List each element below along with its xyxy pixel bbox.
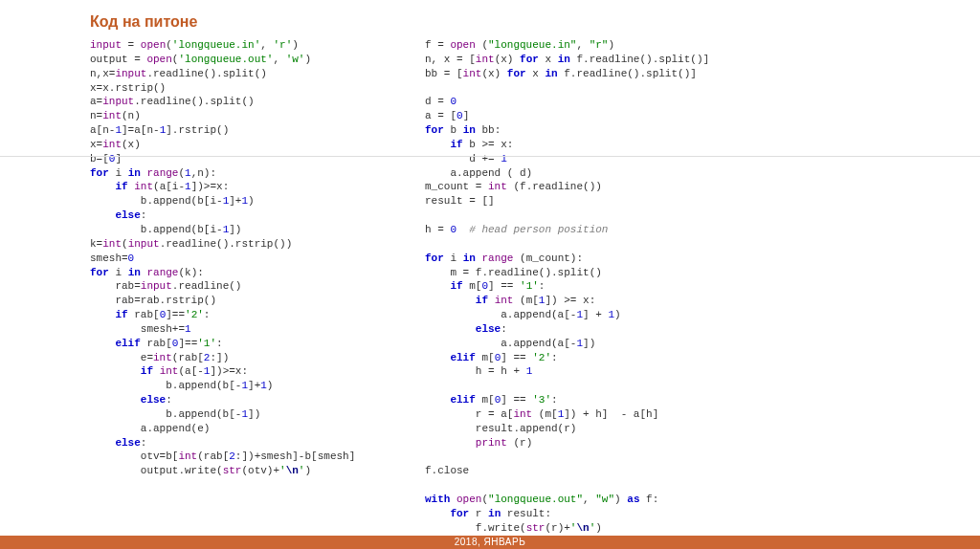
- t: else: [141, 394, 166, 406]
- t: int: [476, 54, 495, 65]
- t: '1': [197, 338, 216, 349]
- t: for: [425, 253, 444, 264]
- t: b: [444, 124, 463, 136]
- t: [488, 295, 495, 306]
- t: (rab[: [172, 352, 204, 363]
- t: b.append(b[-: [90, 408, 241, 420]
- t: :: [539, 280, 546, 292]
- t: ] ==: [488, 280, 520, 292]
- t: 1: [185, 181, 191, 192]
- t: f.readline().split()]: [558, 68, 697, 79]
- t: if: [476, 295, 488, 306]
- t: smesh=: [90, 253, 128, 264]
- t: '1': [520, 280, 539, 292]
- code-left: input = open('longqueue.in', 'r') output…: [90, 38, 425, 536]
- t: (r)+: [545, 522, 569, 534]
- t: otv=b[: [90, 450, 178, 462]
- t: output.write(: [90, 465, 223, 476]
- t: ]) >= x:: [545, 295, 595, 306]
- t: f.write(: [425, 522, 526, 534]
- t: int: [488, 181, 507, 192]
- t: .readline(): [172, 280, 242, 292]
- t: ): [267, 380, 274, 391]
- t: 1: [260, 380, 267, 391]
- t: input: [90, 39, 122, 51]
- t: m_count =: [425, 181, 488, 192]
- code-right: f = open ("longqueue.in", "r") n, x = [i…: [425, 38, 903, 536]
- t: 'w': [286, 54, 305, 65]
- t: in: [558, 54, 570, 65]
- t: open: [457, 494, 481, 505]
- t: [457, 224, 469, 235]
- content-row: input = open('longqueue.in', 'r') output…: [0, 38, 980, 536]
- t: int: [102, 139, 122, 150]
- t: b >= x:: [463, 139, 514, 150]
- t: :: [141, 437, 147, 449]
- t: input: [141, 280, 172, 292]
- t: int: [513, 408, 532, 420]
- t: else: [115, 209, 140, 221]
- t: h = h +: [425, 365, 526, 377]
- t: [90, 394, 141, 406]
- t: \n: [576, 522, 589, 534]
- t: :: [501, 323, 507, 335]
- t: for: [90, 267, 109, 278]
- t: m[: [476, 352, 495, 363]
- t: :: [551, 394, 558, 406]
- t: \n: [286, 465, 299, 476]
- t: [425, 394, 450, 406]
- t: (x): [495, 54, 520, 65]
- t: ): [608, 39, 614, 51]
- t: input: [102, 96, 134, 107]
- t: ])>=x:: [210, 365, 248, 377]
- t: f.readline().split()]: [570, 54, 709, 65]
- t: (m_count):: [513, 253, 583, 264]
- t: open: [141, 39, 166, 51]
- t: ): [614, 494, 627, 505]
- t: (m[: [513, 295, 538, 306]
- t: int: [102, 110, 122, 121]
- t: a=: [90, 96, 102, 107]
- t: n, x = [: [425, 54, 476, 65]
- t: m = f.readline().split(): [425, 267, 602, 278]
- t: open: [146, 54, 171, 65]
- t: "longqueue.out": [488, 494, 583, 505]
- t: input: [128, 238, 160, 250]
- t: d +=: [425, 153, 501, 165]
- t: [90, 437, 115, 449]
- t: int: [495, 295, 514, 306]
- t: if: [115, 309, 127, 320]
- t: (n): [122, 110, 141, 121]
- t: ,: [273, 54, 285, 65]
- t: a.append(a[-: [425, 309, 576, 320]
- t: ,n):: [191, 167, 216, 179]
- t: ]): [248, 408, 260, 420]
- t: :: [141, 209, 147, 221]
- t: i: [109, 167, 128, 179]
- t: ]) + h] - a[h]: [564, 408, 658, 420]
- t: [425, 323, 476, 335]
- t: (x): [122, 139, 141, 150]
- t: elif: [450, 352, 475, 363]
- t: 1: [501, 153, 507, 165]
- t: b.append(b[i-: [90, 195, 223, 207]
- t: ,: [583, 494, 595, 505]
- t: 0: [450, 96, 457, 107]
- t: in: [463, 124, 476, 136]
- t: m[: [463, 280, 482, 292]
- t: x=x.rstrip(): [90, 82, 166, 94]
- t: :])+smesh]-b[smesh]: [235, 450, 355, 462]
- t: [90, 309, 115, 320]
- t: '2': [185, 309, 204, 320]
- t: ].rstrip(): [166, 124, 229, 136]
- t: a = [: [425, 110, 457, 121]
- t: rab[: [128, 309, 160, 320]
- t: [425, 508, 450, 519]
- t: (: [166, 39, 172, 51]
- t: (m[: [532, 408, 557, 420]
- t: a.append ( d): [425, 167, 532, 179]
- t: (otv)+: [241, 465, 279, 476]
- t: for: [90, 167, 109, 179]
- t: f:: [639, 494, 658, 505]
- t: '3': [532, 394, 551, 406]
